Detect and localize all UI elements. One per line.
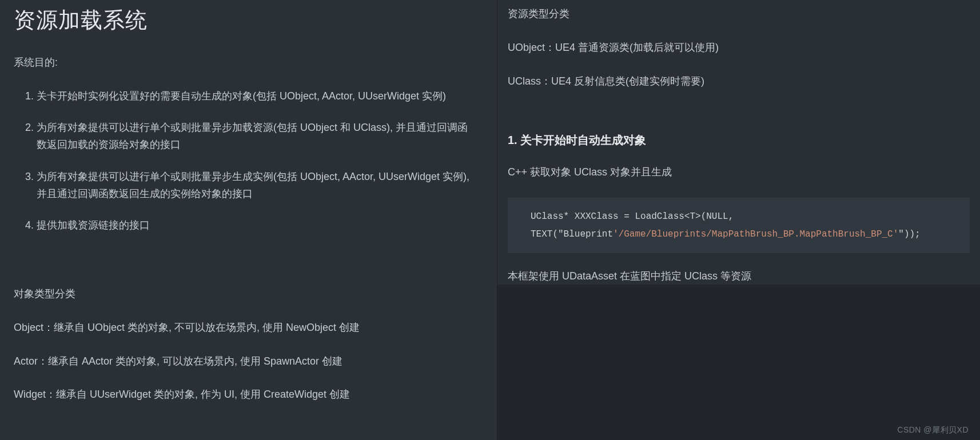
resource-types-label: 资源类型分类 — [508, 6, 970, 22]
right-column: 资源类型分类 UObject：UE4 普通资源类(加载后就可以使用) UClas… — [497, 0, 980, 440]
code-line: UClass* XXXClass = LoadClass<T>(NULL, — [531, 208, 954, 225]
page-root: 资源加载系统 系统目的: 关卡开始时实例化设置好的需要自动生成的对象(包括 UO… — [0, 0, 980, 440]
watermark: CSDN @犀利贝XD — [897, 425, 969, 435]
resource-type-item: UClass：UE4 反射信息类(创建实例时需要) — [508, 73, 970, 90]
object-type-item: Object：继承自 UObject 类的对象, 不可以放在场景内, 使用 Ne… — [14, 319, 483, 336]
resource-type-item: UObject：UE4 普通资源类(加载后就可以使用) — [508, 39, 970, 56]
code-text: ")); — [898, 229, 920, 239]
code-text: UClass* XXXClass = LoadClass<T>(NULL, — [531, 211, 734, 222]
section-heading: 1. 关卡开始时自动生成对象 — [508, 133, 970, 148]
code-text: TEXT("Blueprint — [531, 229, 613, 239]
object-types-label: 对象类型分类 — [14, 286, 483, 302]
after-code-note: 本框架使用 UDataAsset 在蓝图中指定 UClass 等资源 — [508, 268, 970, 285]
object-type-item: Widget：继承自 UUserWidget 类的对象, 作为 UI, 使用 C… — [14, 386, 483, 403]
code-block: UClass* XXXClass = LoadClass<T>(NULL, TE… — [508, 198, 970, 253]
left-column: 资源加载系统 系统目的: 关卡开始时实例化设置好的需要自动生成的对象(包括 UO… — [0, 0, 497, 440]
list-item: 为所有对象提供可以进行单个或则批量异步加载资源(包括 UObject 和 UCl… — [37, 119, 483, 153]
list-item: 为所有对象提供可以进行单个或则批量异步生成实例(包括 UObject, AAct… — [37, 169, 483, 202]
list-item: 关卡开始时实例化设置好的需要自动生成的对象(包括 UObject, AActor… — [37, 88, 483, 105]
object-type-item: Actor：继承自 AActor 类的对象, 可以放在场景内, 使用 Spawn… — [14, 353, 483, 370]
list-item: 提供加载资源链接的接口 — [37, 217, 483, 234]
section-desc: C++ 获取对象 UClass 对象并且生成 — [508, 164, 970, 181]
goals-label: 系统目的: — [14, 54, 483, 71]
page-title: 资源加载系统 — [14, 6, 483, 35]
right-column-empty — [497, 285, 980, 440]
code-line: TEXT("Blueprint'/Game/Blueprints/MapPath… — [531, 226, 954, 243]
right-column-content: 资源类型分类 UObject：UE4 普通资源类(加载后就可以使用) UClas… — [497, 0, 980, 315]
code-string-literal: '/Game/Blueprints/MapPathBrush_BP.MapPat… — [613, 229, 898, 239]
goals-list: 关卡开始时实例化设置好的需要自动生成的对象(包括 UObject, AActor… — [14, 88, 483, 234]
